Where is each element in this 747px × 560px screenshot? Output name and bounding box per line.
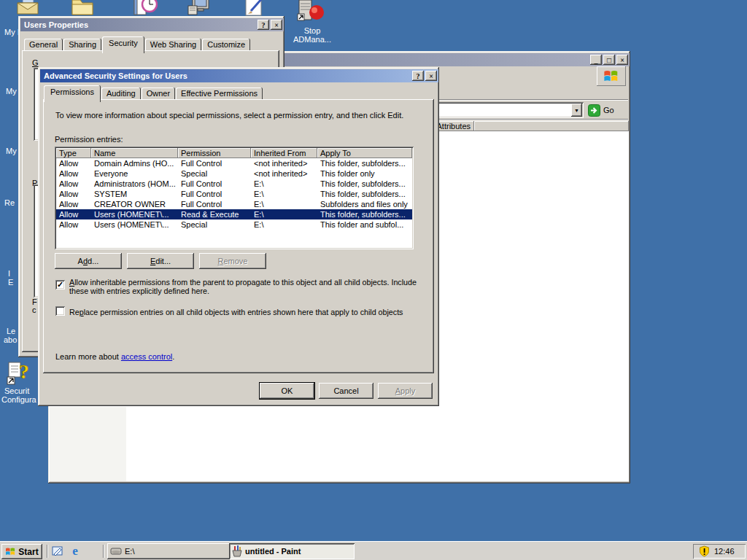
drive-icon (110, 547, 122, 556)
scheduled-tasks-icon (133, 0, 158, 16)
table-cell: Full Control (178, 199, 251, 209)
column-header-name[interactable]: Name (91, 148, 178, 158)
table-cell: Read & Execute (178, 209, 251, 219)
table-cell: Users (HOMENET\... (91, 219, 178, 230)
table-cell: Allow (56, 179, 91, 189)
minimize-icon[interactable]: _ (590, 55, 602, 65)
cancel-button[interactable]: Cancel (319, 383, 374, 399)
edit-button[interactable]: Edit... (127, 253, 194, 269)
table-cell: This folder, subfolders... (317, 189, 412, 199)
desktop-label-internet-explorer[interactable]: I E (8, 269, 13, 287)
table-cell: CREATOR OWNER (91, 199, 178, 209)
mail-icon[interactable] (16, 0, 39, 18)
start-button[interactable]: Start (1, 544, 42, 559)
table-cell: Allow (56, 189, 91, 199)
go-button[interactable]: Go (588, 103, 620, 117)
table-cell: This folder and subfol... (317, 219, 412, 230)
table-cell: E:\ (251, 209, 317, 219)
table-cell: Full Control (178, 158, 251, 168)
taskbar: Start e E:\ untitled - Paint (0, 541, 747, 560)
go-label: Go (603, 106, 614, 114)
svg-text:?: ? (19, 360, 29, 383)
table-row[interactable]: AllowAdministrators (HOM...Full ControlE… (56, 179, 412, 189)
table-row[interactable]: AllowUsers (HOMENET\...SpecialE:\This fo… (56, 219, 412, 230)
table-cell: This folder, subfolders... (317, 158, 412, 168)
table-cell: <not inherited> (251, 168, 317, 179)
table-row[interactable]: AllowSYSTEMFull ControlE:\This folder, s… (56, 189, 412, 199)
table-row[interactable]: AllowCREATOR OWNERFull ControlE:\Subfold… (56, 199, 412, 209)
advanced-dialog-titlebar[interactable]: Advanced Security Settings for Users ? × (40, 69, 438, 82)
help-icon[interactable]: ? (258, 20, 269, 30)
task-button-paint[interactable]: untitled - Paint (229, 543, 355, 559)
desktop-label-my-computer[interactable]: My (6, 87, 17, 96)
learn-more-prefix: Learn more about (55, 352, 121, 361)
desktop: Stop ADMana... My I My My Re I E Le abo … (0, 0, 747, 560)
system-tray: 12:46 (693, 544, 746, 559)
close-icon[interactable]: × (616, 55, 628, 65)
column-header-apply-to[interactable]: Apply To (317, 148, 412, 158)
inherit-permissions-checkbox[interactable]: ✓ (55, 280, 65, 289)
close-icon[interactable]: × (425, 71, 437, 81)
table-cell: E:\ (251, 219, 317, 230)
folder-icon (71, 0, 94, 16)
permission-entries-table: TypeNamePermissionInherited FromApply To… (55, 147, 414, 249)
security-alert-shield-icon[interactable] (699, 545, 710, 557)
table-cell: Allow (56, 199, 91, 209)
table-row[interactable]: AllowUsers (HOMENET\...Read & ExecuteE:\… (56, 209, 412, 219)
close-icon[interactable]: × (271, 20, 282, 30)
table-cell: Everyone (91, 168, 178, 179)
users-properties-titlebar[interactable]: Users Properties ? × (20, 18, 284, 31)
task-button-label: untitled - Paint (245, 547, 301, 556)
internet-explorer-icon[interactable]: e (69, 544, 82, 559)
desktop-label-recycle-bin[interactable]: Re (4, 198, 15, 207)
special-permissions-fragment-2: c (32, 306, 36, 314)
apply-button[interactable]: Apply (378, 383, 433, 399)
table-row[interactable]: AllowDomain Admins (HO...Full Control<no… (56, 158, 412, 168)
dialog-title: Advanced Security Settings for Users (44, 71, 187, 80)
table-row[interactable]: AllowEveryoneSpecial<not inherited>This … (56, 168, 412, 179)
stop-admanager-icon[interactable] (293, 0, 330, 26)
desktop-label-learn-about[interactable]: Le abo (4, 327, 17, 344)
replace-permissions-checkbox[interactable] (55, 306, 65, 316)
mail-icon (16, 0, 39, 16)
task-button-label: E:\ (125, 547, 134, 556)
security-configuration-icon[interactable]: ? (6, 359, 35, 387)
task-button-drive-e[interactable]: E:\ (107, 543, 231, 559)
group-names-label-fragment: G (32, 58, 39, 67)
my-computer-icon[interactable] (187, 0, 212, 18)
maximize-icon[interactable]: □ (603, 55, 615, 65)
users-properties-tabs: GeneralSharingSecurityWeb SharingCustomi… (24, 36, 251, 52)
folder-icon[interactable] (71, 0, 94, 18)
table-cell: Users (HOMENET\... (91, 209, 178, 219)
table-cell: Allow (56, 209, 91, 219)
table-cell: This folder, subfolders... (317, 179, 412, 189)
windows-logo-panel (597, 66, 626, 86)
start-label: Start (18, 547, 38, 557)
add-button[interactable]: Add... (55, 253, 122, 269)
scheduled-tasks-icon[interactable] (133, 0, 158, 18)
show-desktop-icon (52, 545, 63, 557)
info-text: To view more information about special p… (55, 111, 424, 120)
tray-clock: 12:46 (714, 547, 735, 556)
show-desktop-icon[interactable] (52, 545, 63, 559)
tab-permissions[interactable]: Permissions (44, 85, 101, 102)
access-control-link[interactable]: access control (121, 352, 172, 361)
desktop-label-my-network[interactable]: My (6, 147, 17, 155)
help-icon[interactable]: ? (412, 71, 424, 81)
table-cell: Full Control (178, 179, 251, 189)
desktop-label-my-documents[interactable]: My I (4, 28, 20, 36)
column-header-type[interactable]: Type (56, 148, 91, 158)
column-header-permission[interactable]: Permission (178, 148, 251, 158)
replace-permissions-label: Replace permission entries on all child … (69, 308, 427, 316)
remove-button[interactable]: Remove (199, 253, 266, 269)
ok-button[interactable]: OK (260, 383, 314, 399)
advanced-dialog-tabs: PermissionsAuditingOwnerEffective Permis… (44, 85, 263, 101)
address-dropdown-button[interactable]: ▼ (571, 104, 582, 117)
paint-file-icon[interactable] (242, 0, 266, 18)
server-stop-icon (293, 0, 330, 24)
table-cell: This folder only (317, 168, 412, 179)
permission-entries-label: Permission entries: (55, 135, 123, 144)
column-header-inherited-from[interactable]: Inherited From (251, 148, 317, 158)
tab-security[interactable]: Security (102, 36, 144, 53)
table-cell: E:\ (251, 189, 317, 199)
